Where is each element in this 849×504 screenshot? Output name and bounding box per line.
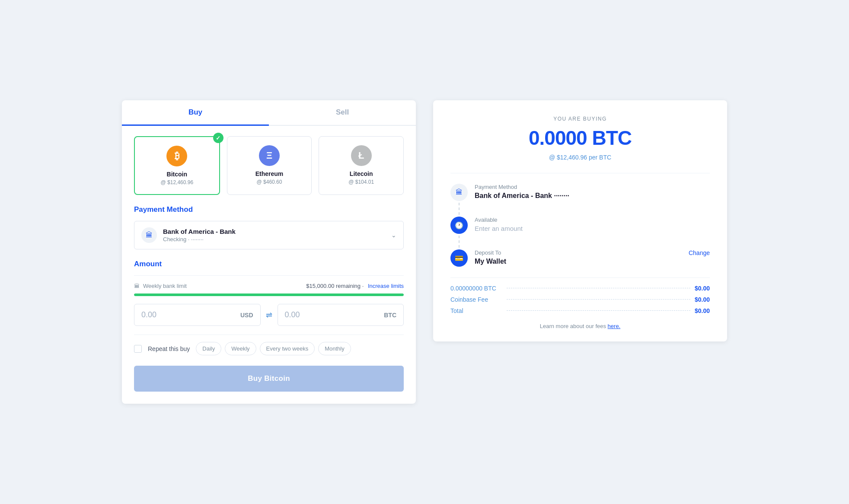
learn-more: Learn more about our fees here.	[450, 323, 710, 329]
payment-method-selector[interactable]: 🏛 Bank of America - Bank Checking · ····…	[134, 221, 404, 249]
bank-limit-icon: 🏛	[134, 283, 140, 289]
currency-inputs: 0.00 USD ⇌ 0.00 BTC	[134, 304, 404, 326]
tab-buy[interactable]: Buy	[122, 100, 269, 126]
left-panel: Buy Sell ✓ ₿ Bitcoin @ $12,460.96 Ξ Ethe…	[122, 100, 416, 404]
fee-coinbase-value: $0.00	[695, 296, 710, 303]
right-available-placeholder: Enter an amount	[475, 225, 710, 232]
eth-price: @ $460.60	[234, 179, 305, 185]
right-deposit-row: 💳 Deposit To My Wallet Change	[450, 249, 710, 274]
ltc-name: Litecoin	[326, 170, 396, 177]
ltc-price: @ $104.01	[326, 179, 396, 185]
limit-left: 🏛 Weekly bank limit	[134, 283, 187, 289]
fee-row-total: Total $0.00	[450, 307, 710, 314]
btc-label: BTC	[384, 312, 396, 319]
increase-limits-link[interactable]: Increase limits	[368, 283, 404, 289]
right-icon-col-deposit: 💳	[450, 249, 468, 274]
repeat-options: Daily Weekly Every two weeks Monthly	[196, 342, 351, 355]
repeat-weekly[interactable]: Weekly	[225, 342, 256, 355]
repeat-daily[interactable]: Daily	[196, 342, 221, 355]
limit-right: $15,000.00 remaining · Increase limits	[306, 283, 404, 289]
progress-fill	[134, 293, 404, 296]
crypto-card-eth[interactable]: Ξ Ethereum @ $460.60	[227, 136, 312, 195]
fee-btc-value: $0.00	[695, 285, 710, 292]
repeat-row: Repeat this buy Daily Weekly Every two w…	[134, 342, 404, 355]
repeat-biweekly[interactable]: Every two weeks	[260, 342, 315, 355]
right-payment-detail: Payment Method Bank of America - Bank ··…	[475, 184, 710, 217]
swap-icon[interactable]: ⇌	[266, 310, 272, 320]
btc-price: @ $12,460.96	[142, 179, 212, 185]
right-payment-row: 🏛 Payment Method Bank of America - Bank …	[450, 184, 710, 217]
repeat-monthly[interactable]: Monthly	[318, 342, 351, 355]
fee-total-label: Total	[450, 307, 502, 314]
right-icon-col-available: 🕐	[450, 217, 468, 249]
buy-button[interactable]: Buy Bitcoin	[134, 366, 404, 392]
fee-total-value: $0.00	[695, 307, 710, 314]
right-payment-value: Bank of America - Bank ········	[475, 192, 710, 200]
learn-more-text: Learn more about our fees	[540, 323, 606, 329]
btc-icon: ₿	[166, 146, 187, 166]
btc-buy-amount: 0.0000 BTC	[450, 126, 710, 150]
eth-name: Ethereum	[234, 170, 305, 177]
eth-icon: Ξ	[259, 145, 280, 166]
right-panel: YOU ARE BUYING 0.0000 BTC @ $12,460.96 p…	[433, 100, 727, 341]
right-deposit-info: Deposit To My Wallet	[475, 249, 506, 265]
right-available-detail: Available Enter an amount	[475, 217, 710, 249]
fee-coinbase-label: Coinbase Fee	[450, 296, 502, 303]
right-clock-icon: 🕐	[450, 217, 468, 234]
usd-label: USD	[240, 312, 253, 319]
fee-dots-1	[507, 288, 690, 288]
right-available-label: Available	[475, 217, 710, 223]
crypto-selector: ✓ ₿ Bitcoin @ $12,460.96 Ξ Ethereum @ $4…	[122, 126, 416, 195]
right-bank-icon: 🏛	[450, 184, 468, 201]
fee-section: 0.00000000 BTC $0.00 Coinbase Fee $0.00 …	[450, 278, 710, 314]
bank-info: Bank of America - Bank Checking · ······…	[163, 228, 385, 242]
bank-name: Bank of America - Bank	[163, 228, 385, 235]
fee-btc-label: 0.00000000 BTC	[450, 285, 502, 292]
btc-input-box[interactable]: 0.00 BTC	[278, 304, 404, 326]
usd-input-box[interactable]: 0.00 USD	[134, 304, 261, 326]
fee-row-btc: 0.00000000 BTC $0.00	[450, 285, 710, 292]
left-content: Payment Method 🏛 Bank of America - Bank …	[122, 195, 416, 404]
usd-value: 0.00	[141, 310, 156, 319]
tab-sell[interactable]: Sell	[269, 100, 416, 126]
ltc-icon: Ł	[351, 145, 372, 166]
learn-more-link[interactable]: here.	[608, 323, 621, 329]
chevron-icon: ⌄	[391, 232, 396, 239]
limit-remaining: $15,000.00 remaining	[306, 283, 361, 289]
amount-section-label: Amount	[134, 260, 404, 268]
limit-row: 🏛 Weekly bank limit $15,000.00 remaining…	[134, 283, 404, 289]
fee-dots-3	[507, 310, 690, 311]
change-deposit-link[interactable]: Change	[689, 249, 710, 256]
right-deposit-label: Deposit To	[475, 249, 506, 256]
right-deposit-value: My Wallet	[475, 258, 506, 265]
right-icon-col-payment: 🏛	[450, 184, 468, 217]
payment-section-label: Payment Method	[134, 205, 404, 214]
right-deposit-detail: Deposit To My Wallet Change	[475, 249, 710, 274]
btc-name: Bitcoin	[142, 171, 212, 178]
bank-icon: 🏛	[141, 227, 157, 243]
right-available-row: 🕐 Available Enter an amount	[450, 217, 710, 249]
limit-label: Weekly bank limit	[143, 283, 187, 289]
repeat-checkbox[interactable]	[134, 345, 142, 353]
crypto-card-ltc[interactable]: Ł Litecoin @ $104.01	[319, 136, 404, 195]
btc-value: 0.00	[285, 310, 300, 319]
fee-row-coinbase: Coinbase Fee $0.00	[450, 296, 710, 303]
you-are-buying-label: YOU ARE BUYING	[450, 116, 710, 122]
bank-sub: Checking · ········	[163, 236, 385, 242]
page-container: Buy Sell ✓ ₿ Bitcoin @ $12,460.96 Ξ Ethe…	[122, 100, 727, 404]
selected-check-icon: ✓	[213, 133, 223, 143]
tabs-container: Buy Sell	[122, 100, 416, 126]
repeat-label: Repeat this buy	[148, 345, 190, 352]
limit-progress-bar	[134, 293, 404, 296]
fee-dots-2	[507, 299, 690, 300]
right-payment-label: Payment Method	[475, 184, 710, 190]
dashed-connector-2	[459, 236, 460, 248]
dashed-connector-1	[459, 203, 460, 215]
crypto-card-btc[interactable]: ✓ ₿ Bitcoin @ $12,460.96	[134, 136, 220, 195]
right-wallet-icon: 💳	[450, 249, 468, 267]
btc-rate: @ $12,460.96 per BTC	[450, 154, 710, 161]
